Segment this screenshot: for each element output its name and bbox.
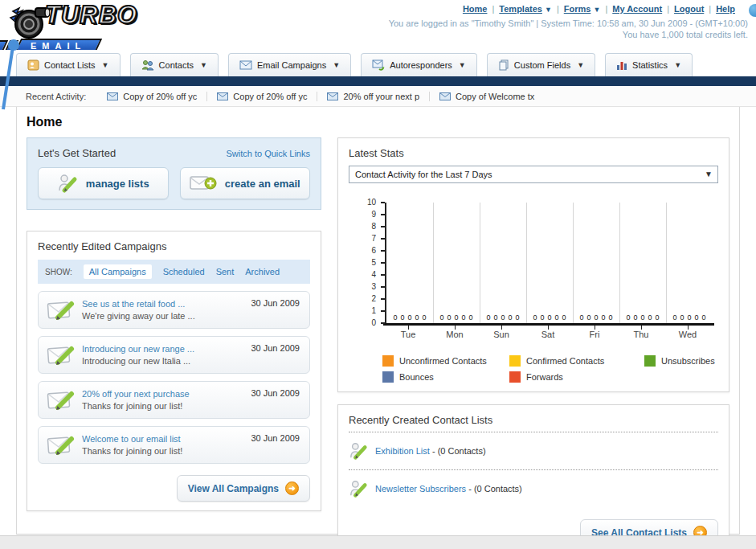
chevron-down-icon: ▼ — [593, 6, 600, 14]
chart-x-axis-label: Tue — [392, 330, 424, 339]
tab-contact-lists[interactable]: Contact Lists▼ — [16, 53, 121, 76]
chart-value-label: 0 — [486, 313, 490, 322]
nav-logout-link[interactable]: Logout — [674, 4, 704, 14]
chart-y-tick-label: 10 — [349, 198, 376, 207]
campaign-date: 30 Jun 2009 — [251, 298, 300, 308]
campaign-title-link[interactable]: 20% off your next purchase — [82, 388, 190, 400]
tab-label: Statistics — [632, 60, 668, 70]
contacts-people-icon — [141, 59, 154, 71]
chart-value-label: 0 — [447, 313, 451, 322]
help-bubble-icon[interactable] — [749, 4, 756, 17]
campaign-subtitle: Thanks for joining our list! — [82, 400, 190, 412]
contact-list-link[interactable]: Exhibition List — [375, 446, 430, 456]
campaign-card[interactable]: Welcome to our email list Thanks for joi… — [38, 426, 310, 464]
dotted-divider — [349, 469, 718, 470]
nav-separator: | — [709, 4, 711, 14]
nav-templates-link[interactable]: Templates — [499, 4, 542, 14]
chart-value-label: 0 — [423, 313, 427, 322]
chevron-down-icon: ▼ — [333, 61, 340, 69]
campaign-date: 30 Jun 2009 — [251, 343, 300, 353]
recent-activity-item[interactable]: Copy of Welcome tx — [430, 92, 544, 101]
nav-forms-link[interactable]: Forms — [564, 4, 591, 14]
tab-email-campaigns[interactable]: Email Campaigns▼ — [228, 53, 351, 76]
contact-list-item[interactable]: Newsletter Subscribers - (0 Contacts) — [349, 476, 718, 502]
stats-period-select[interactable]: Contact Activity for the Last 7 Days ▼ — [349, 166, 718, 183]
chart-legend: Unconfirmed ContactsConfirmed ContactsUn… — [382, 355, 718, 383]
chart-x-tick-mark — [595, 326, 595, 330]
tab-custom-fields[interactable]: Custom Fields▼ — [487, 53, 595, 76]
contact-list-link[interactable]: Newsletter Subscribers — [375, 484, 466, 494]
campaign-date: 30 Jun 2009 — [251, 388, 300, 398]
stats-period-value: Contact Activity for the Last 7 Days — [355, 170, 492, 179]
chart-gridline — [666, 203, 667, 323]
chart-x-axis-label: Sun — [485, 330, 517, 339]
chart-y-tick-mark — [381, 226, 385, 227]
switch-quick-links[interactable]: Switch to Quick Links — [226, 149, 310, 158]
recent-activity-text: Copy of 20% off yc — [123, 92, 197, 101]
chart-gridline — [433, 203, 434, 323]
nav-separator: | — [492, 4, 494, 14]
campaign-subtitle: Thanks for joining our list! — [82, 445, 182, 457]
person-pencil-icon — [57, 173, 78, 194]
tab-label: Autoresponders — [390, 60, 452, 70]
filter-archived[interactable]: Archived — [245, 267, 280, 277]
nav-separator: | — [605, 4, 607, 14]
chart-value-group: 00000 — [666, 313, 713, 322]
campaign-card[interactable]: See us at the retail food ... We're givi… — [38, 291, 310, 329]
tab-contacts[interactable]: Contacts▼ — [130, 53, 219, 76]
chart-value-label: 0 — [454, 313, 458, 322]
nav-home-link[interactable]: Home — [463, 4, 488, 14]
chart-x-tick-mark — [408, 326, 409, 330]
tab-autoresponders[interactable]: Autoresponders▼ — [361, 53, 477, 76]
nav-my-account-link[interactable]: My Account — [612, 4, 662, 14]
legend-item: Confirmed Contacts — [509, 355, 644, 367]
chart-x-axis-label: Thu — [625, 330, 657, 339]
logo-title: TURBO — [45, 3, 137, 27]
recent-activity-item[interactable]: 20% off your next p — [317, 92, 430, 101]
recent-activity-item[interactable]: Copy of 20% off yc — [97, 92, 207, 101]
chart-value-label: 0 — [393, 313, 397, 322]
nav-help-link[interactable]: Help — [716, 4, 735, 14]
chart-value-label: 0 — [640, 313, 644, 322]
filter-scheduled[interactable]: Scheduled — [163, 267, 205, 277]
chart-value-label: 0 — [547, 313, 551, 322]
show-label: SHOW: — [45, 268, 72, 277]
campaign-title-link[interactable]: See us at the retail food ... — [82, 298, 195, 310]
chart-y-tick-label: 5 — [349, 258, 376, 267]
recent-activity-text: Copy of Welcome tx — [456, 92, 534, 101]
chart-x-axis-label: Wed — [672, 330, 704, 339]
filter-sent[interactable]: Sent — [216, 267, 235, 277]
campaign-title-link[interactable]: Welcome to our email list — [82, 433, 182, 445]
tab-label: Email Campaigns — [257, 60, 326, 70]
person-pencil-icon — [349, 478, 368, 499]
chart-y-tick-label: 3 — [349, 282, 376, 291]
credits-line: You have 1,000 total credits left. — [389, 29, 748, 40]
envelope-icon — [239, 60, 252, 70]
recent-activity-item[interactable]: Copy of 20% off yc — [207, 92, 317, 101]
person-pencil-icon — [349, 440, 368, 461]
tab-label: Custom Fields — [514, 60, 570, 70]
legend-item: Bounces — [382, 371, 509, 383]
chart-y-tick-label: 0 — [349, 318, 376, 327]
campaign-card[interactable]: Introducing our new range ... Introducin… — [38, 336, 310, 374]
chart-y-tick-mark — [381, 322, 385, 324]
manage-lists-button[interactable]: manage lists — [38, 167, 169, 199]
pages-icon — [498, 59, 509, 71]
dotted-divider — [349, 432, 718, 432]
filter-all-campaigns[interactable]: All Campaigns — [84, 264, 152, 279]
create-email-button[interactable]: create an email — [180, 167, 311, 199]
contact-list-item[interactable]: Exhibition List - (0 Contacts) — [349, 438, 718, 464]
turboemail-dashboard: TURBO EMAIL Home|Templates ▼|Forms ▼|My … — [0, 0, 756, 549]
chart-y-tick-mark — [381, 214, 385, 215]
campaign-card[interactable]: 20% off your next purchase Thanks for jo… — [38, 381, 310, 419]
chart-y-tick-label: 6 — [349, 246, 376, 255]
tab-statistics[interactable]: Statistics▼ — [605, 53, 693, 76]
chart-y-tick-mark — [381, 262, 385, 264]
campaign-title-link[interactable]: Introducing our new range ... — [82, 343, 194, 355]
chart-gridline — [526, 203, 527, 323]
chart-value-label: 0 — [516, 313, 520, 322]
chart-y-tick-label: 9 — [349, 210, 376, 219]
chart-value-group: 00000 — [480, 313, 526, 322]
chart-y-tick-label: 7 — [349, 234, 376, 243]
view-all-campaigns-button[interactable]: View All Campaigns ➜ — [177, 475, 310, 502]
